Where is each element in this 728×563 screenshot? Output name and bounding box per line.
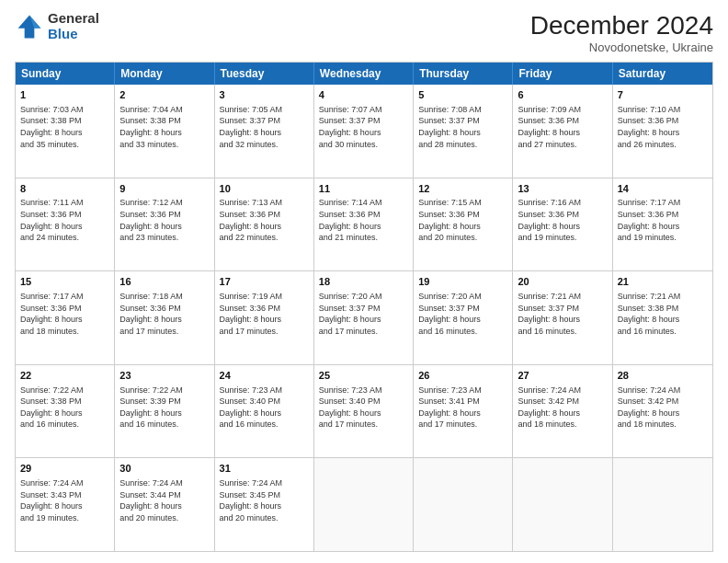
day-number: 8 <box>20 182 109 196</box>
day-number: 24 <box>220 369 309 383</box>
calendar-cell: 30Sunrise: 7:24 AMSunset: 3:44 PMDayligh… <box>115 458 214 551</box>
cell-info: Sunrise: 7:18 AMSunset: 3:36 PMDaylight:… <box>119 291 209 337</box>
header-cell-saturday: Saturday <box>613 63 712 85</box>
calendar-cell <box>314 458 414 551</box>
day-number: 28 <box>618 369 708 383</box>
cell-info: Sunrise: 7:23 AMSunset: 3:40 PMDaylight:… <box>319 385 408 431</box>
day-number: 16 <box>119 275 209 289</box>
cell-info: Sunrise: 7:17 AMSunset: 3:36 PMDaylight:… <box>20 291 109 337</box>
cell-info: Sunrise: 7:23 AMSunset: 3:40 PMDaylight:… <box>220 385 309 431</box>
cell-info: Sunrise: 7:14 AMSunset: 3:36 PMDaylight:… <box>319 197 408 243</box>
header-cell-monday: Monday <box>115 63 214 85</box>
day-number: 23 <box>119 369 209 383</box>
day-number: 10 <box>220 182 309 196</box>
title-block: December 2024 Novodonetske, Ukraine <box>530 11 713 54</box>
calendar-header: SundayMondayTuesdayWednesdayThursdayFrid… <box>16 63 712 85</box>
calendar-cell: 16Sunrise: 7:18 AMSunset: 3:36 PMDayligh… <box>115 271 214 364</box>
calendar: SundayMondayTuesdayWednesdayThursdayFrid… <box>15 62 713 552</box>
calendar-cell: 11Sunrise: 7:14 AMSunset: 3:36 PMDayligh… <box>314 178 414 271</box>
day-number: 25 <box>319 369 408 383</box>
cell-info: Sunrise: 7:05 AMSunset: 3:37 PMDaylight:… <box>220 104 309 150</box>
calendar-cell: 2Sunrise: 7:04 AMSunset: 3:38 PMDaylight… <box>115 85 214 178</box>
calendar-cell: 9Sunrise: 7:12 AMSunset: 3:36 PMDaylight… <box>115 178 214 271</box>
calendar-cell: 25Sunrise: 7:23 AMSunset: 3:40 PMDayligh… <box>314 365 414 458</box>
calendar-cell: 10Sunrise: 7:13 AMSunset: 3:36 PMDayligh… <box>215 178 314 271</box>
cell-info: Sunrise: 7:07 AMSunset: 3:37 PMDaylight:… <box>319 104 408 150</box>
calendar-cell: 18Sunrise: 7:20 AMSunset: 3:37 PMDayligh… <box>314 271 414 364</box>
calendar-body: 1Sunrise: 7:03 AMSunset: 3:38 PMDaylight… <box>16 85 712 551</box>
header: General Blue December 2024 Novodonetske,… <box>15 11 713 54</box>
calendar-cell: 6Sunrise: 7:09 AMSunset: 3:36 PMDaylight… <box>513 85 612 178</box>
location: Novodonetske, Ukraine <box>530 40 713 54</box>
cell-info: Sunrise: 7:24 AMSunset: 3:43 PMDaylight:… <box>20 477 109 523</box>
logo-text: General Blue <box>48 11 99 41</box>
header-cell-friday: Friday <box>513 63 612 85</box>
day-number: 20 <box>518 275 607 289</box>
cell-info: Sunrise: 7:13 AMSunset: 3:36 PMDaylight:… <box>220 197 309 243</box>
day-number: 29 <box>20 462 109 476</box>
day-number: 27 <box>518 369 607 383</box>
calendar-cell: 15Sunrise: 7:17 AMSunset: 3:36 PMDayligh… <box>16 271 115 364</box>
calendar-cell: 23Sunrise: 7:22 AMSunset: 3:39 PMDayligh… <box>115 365 214 458</box>
calendar-row-1: 1Sunrise: 7:03 AMSunset: 3:38 PMDaylight… <box>16 85 712 178</box>
calendar-cell: 24Sunrise: 7:23 AMSunset: 3:40 PMDayligh… <box>215 365 314 458</box>
cell-info: Sunrise: 7:24 AMSunset: 3:45 PMDaylight:… <box>220 477 309 523</box>
cell-info: Sunrise: 7:04 AMSunset: 3:38 PMDaylight:… <box>119 104 209 150</box>
header-cell-thursday: Thursday <box>414 63 513 85</box>
header-cell-tuesday: Tuesday <box>215 63 314 85</box>
calendar-cell: 4Sunrise: 7:07 AMSunset: 3:37 PMDaylight… <box>314 85 414 178</box>
logo-blue-text: Blue <box>48 27 99 42</box>
cell-info: Sunrise: 7:22 AMSunset: 3:38 PMDaylight:… <box>20 385 109 431</box>
calendar-cell: 17Sunrise: 7:19 AMSunset: 3:36 PMDayligh… <box>215 271 314 364</box>
calendar-row-5: 29Sunrise: 7:24 AMSunset: 3:43 PMDayligh… <box>16 457 712 551</box>
day-number: 7 <box>618 88 708 102</box>
cell-info: Sunrise: 7:21 AMSunset: 3:37 PMDaylight:… <box>518 291 607 337</box>
logo-general-text: General <box>48 11 99 27</box>
calendar-cell: 28Sunrise: 7:24 AMSunset: 3:42 PMDayligh… <box>613 365 712 458</box>
day-number: 30 <box>119 462 209 476</box>
cell-info: Sunrise: 7:24 AMSunset: 3:42 PMDaylight:… <box>618 385 708 431</box>
day-number: 14 <box>618 182 708 196</box>
calendar-cell: 27Sunrise: 7:24 AMSunset: 3:42 PMDayligh… <box>513 365 612 458</box>
calendar-cell: 21Sunrise: 7:21 AMSunset: 3:38 PMDayligh… <box>613 271 712 364</box>
calendar-cell <box>613 458 712 551</box>
cell-info: Sunrise: 7:19 AMSunset: 3:36 PMDaylight:… <box>220 291 309 337</box>
calendar-cell: 5Sunrise: 7:08 AMSunset: 3:37 PMDaylight… <box>414 85 513 178</box>
day-number: 5 <box>418 88 507 102</box>
cell-info: Sunrise: 7:16 AMSunset: 3:36 PMDaylight:… <box>518 197 607 243</box>
cell-info: Sunrise: 7:20 AMSunset: 3:37 PMDaylight:… <box>319 291 408 337</box>
cell-info: Sunrise: 7:22 AMSunset: 3:39 PMDaylight:… <box>119 385 209 431</box>
day-number: 3 <box>220 88 309 102</box>
calendar-cell: 20Sunrise: 7:21 AMSunset: 3:37 PMDayligh… <box>513 271 612 364</box>
cell-info: Sunrise: 7:10 AMSunset: 3:36 PMDaylight:… <box>618 104 708 150</box>
day-number: 15 <box>20 275 109 289</box>
cell-info: Sunrise: 7:08 AMSunset: 3:37 PMDaylight:… <box>418 104 507 150</box>
day-number: 11 <box>319 182 408 196</box>
day-number: 12 <box>418 182 507 196</box>
day-number: 9 <box>119 182 209 196</box>
header-cell-wednesday: Wednesday <box>314 63 414 85</box>
cell-info: Sunrise: 7:12 AMSunset: 3:36 PMDaylight:… <box>119 197 209 243</box>
cell-info: Sunrise: 7:24 AMSunset: 3:42 PMDaylight:… <box>518 385 607 431</box>
calendar-cell: 26Sunrise: 7:23 AMSunset: 3:41 PMDayligh… <box>414 365 513 458</box>
calendar-row-2: 8Sunrise: 7:11 AMSunset: 3:36 PMDaylight… <box>16 178 712 271</box>
day-number: 22 <box>20 369 109 383</box>
day-number: 13 <box>518 182 607 196</box>
calendar-cell: 31Sunrise: 7:24 AMSunset: 3:45 PMDayligh… <box>215 458 314 551</box>
page: General Blue December 2024 Novodonetske,… <box>0 0 728 563</box>
cell-info: Sunrise: 7:17 AMSunset: 3:36 PMDaylight:… <box>618 197 708 243</box>
cell-info: Sunrise: 7:20 AMSunset: 3:37 PMDaylight:… <box>418 291 507 337</box>
calendar-cell: 14Sunrise: 7:17 AMSunset: 3:36 PMDayligh… <box>613 178 712 271</box>
calendar-row-3: 15Sunrise: 7:17 AMSunset: 3:36 PMDayligh… <box>16 270 712 364</box>
calendar-cell: 22Sunrise: 7:22 AMSunset: 3:38 PMDayligh… <box>16 365 115 458</box>
calendar-cell: 3Sunrise: 7:05 AMSunset: 3:37 PMDaylight… <box>215 85 314 178</box>
calendar-cell: 8Sunrise: 7:11 AMSunset: 3:36 PMDaylight… <box>16 178 115 271</box>
calendar-cell <box>513 458 612 551</box>
logo: General Blue <box>15 11 99 41</box>
cell-info: Sunrise: 7:09 AMSunset: 3:36 PMDaylight:… <box>518 104 607 150</box>
calendar-cell <box>414 458 513 551</box>
day-number: 4 <box>319 88 408 102</box>
calendar-cell: 13Sunrise: 7:16 AMSunset: 3:36 PMDayligh… <box>513 178 612 271</box>
day-number: 17 <box>220 275 309 289</box>
calendar-cell: 12Sunrise: 7:15 AMSunset: 3:36 PMDayligh… <box>414 178 513 271</box>
